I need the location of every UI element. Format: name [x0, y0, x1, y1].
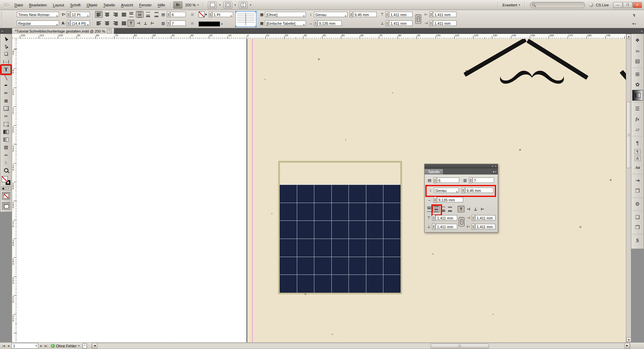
- gradient-panel-icon[interactable]: [632, 90, 643, 101]
- row-height-field[interactable]: 9,45 mm: [353, 12, 377, 17]
- table-cell[interactable]: [332, 257, 349, 275]
- inset-right-field[interactable]: 1,411 mm: [433, 20, 457, 26]
- table-cell[interactable]: [280, 221, 297, 239]
- scripts-panel-icon[interactable]: S: [633, 236, 643, 246]
- table-cell[interactable]: [349, 221, 366, 239]
- frame-tool[interactable]: ⊠: [2, 97, 10, 105]
- text-rotate-0-button[interactable]: T: [127, 20, 135, 27]
- col-width-stepper[interactable]: [314, 20, 317, 26]
- menu-ansicht[interactable]: Ansicht: [118, 2, 136, 8]
- panel-collapse-icon[interactable]: «: [492, 165, 493, 168]
- table-cell[interactable]: [297, 275, 314, 293]
- cols-stepper[interactable]: [167, 20, 170, 26]
- align-right-button[interactable]: [112, 11, 119, 18]
- menu-fenster[interactable]: Fenster: [136, 2, 155, 8]
- table-cell[interactable]: [280, 239, 297, 257]
- panel-inset-bottom-stepper[interactable]: [432, 223, 435, 230]
- control-panel-menu-icon[interactable]: ▼≡: [632, 21, 636, 27]
- panel-text-rotate-0-button[interactable]: T: [458, 206, 465, 212]
- direct-selection-tool[interactable]: [2, 42, 10, 50]
- table-cell[interactable]: [383, 185, 400, 203]
- close-button[interactable]: ×: [633, 2, 642, 8]
- stroke-weight-stepper[interactable]: [209, 11, 212, 17]
- cell-style-combo[interactable]: [Einfache Tabelle]: [265, 20, 306, 26]
- table-cell[interactable]: [280, 203, 297, 221]
- table-cell[interactable]: [383, 221, 400, 239]
- table-cell[interactable]: [349, 257, 366, 275]
- table-cell[interactable]: [297, 203, 314, 221]
- menu-datei[interactable]: Datei: [11, 2, 26, 8]
- panel-text-rotate-270-button[interactable]: ⊢: [479, 206, 486, 212]
- tab-close-icon[interactable]: ×: [107, 29, 111, 33]
- minimize-button[interactable]: —: [613, 2, 623, 8]
- preflight-status-text[interactable]: Ohne Fehler: [56, 344, 76, 348]
- text-rotate-270-button[interactable]: ⊢: [149, 20, 156, 26]
- swatches-panel-icon[interactable]: ✿: [633, 80, 643, 90]
- cs-live-label[interactable]: CS Live: [596, 3, 609, 7]
- panel-link-insets-button[interactable]: [459, 217, 465, 227]
- panel-rows-stepper[interactable]: [433, 177, 437, 183]
- valign-top-button[interactable]: [127, 11, 135, 18]
- restore-button[interactable]: ❐: [623, 2, 632, 8]
- inset-right-stepper[interactable]: [429, 20, 433, 26]
- table-cell[interactable]: [280, 275, 297, 293]
- spread-panel-icon[interactable]: ▤: [633, 56, 643, 66]
- leading-combo[interactable]: (14,4 Pt): [70, 20, 90, 26]
- rows-stepper[interactable]: [167, 11, 170, 17]
- table-cell[interactable]: [366, 275, 383, 293]
- menu-objekt[interactable]: Objekt: [84, 2, 100, 8]
- mustache-graphic[interactable]: [496, 68, 568, 89]
- table-cell[interactable]: [383, 203, 400, 221]
- type-tool[interactable]: T: [1, 65, 11, 74]
- table-panel-icon[interactable]: ⊞: [633, 69, 643, 79]
- preflight-menu-icon[interactable]: ▼: [76, 344, 81, 348]
- formatting-affects-text-button[interactable]: T: [7, 186, 11, 190]
- zoom-level-combo[interactable]: 200 % ▼: [183, 2, 201, 8]
- table-cell[interactable]: [383, 257, 400, 275]
- horizontal-scrollbar[interactable]: ◀ ▶: [92, 343, 630, 349]
- panel-col-width-stepper[interactable]: [433, 197, 437, 203]
- table-cell[interactable]: [349, 239, 366, 257]
- scroll-down-arrow[interactable]: ▼: [626, 337, 631, 342]
- fill-stroke-proxy[interactable]: [2, 176, 10, 185]
- flyout-arrow-icon[interactable]: ▶: [205, 13, 207, 16]
- arrange-documents-button[interactable]: [239, 1, 248, 9]
- panel-inset-top-stepper[interactable]: [432, 215, 435, 221]
- leading-stepper[interactable]: [67, 20, 70, 26]
- line-tool[interactable]: ╲: [2, 74, 10, 82]
- inset-top-field[interactable]: 1,411 mm: [389, 12, 413, 17]
- paragraph-styles-panel-icon[interactable]: ¶: [635, 149, 641, 154]
- panel-close-icon[interactable]: ×: [495, 165, 496, 168]
- pages-panel-icon[interactable]: ❖: [633, 35, 643, 45]
- justify-last-left-button[interactable]: [95, 20, 103, 27]
- scroll-right-arrow[interactable]: ▶: [625, 343, 630, 348]
- justify-all-button[interactable]: [120, 20, 128, 27]
- view-options-button[interactable]: [208, 1, 217, 9]
- note-tool[interactable]: ▤: [2, 143, 10, 151]
- gradient-swatch-tool[interactable]: [2, 128, 10, 136]
- panel-row-height-stepper[interactable]: [462, 187, 465, 193]
- table-cell[interactable]: [314, 203, 331, 221]
- chevron-down-icon[interactable]: ▼: [219, 4, 221, 6]
- preflight-document-icon[interactable]: [83, 343, 87, 348]
- valign-bottom-button[interactable]: [144, 11, 152, 18]
- paragraph-panel-icon[interactable]: ¶: [633, 138, 643, 148]
- vertical-scroll-thumb[interactable]: [627, 102, 631, 168]
- pencil-tool[interactable]: ✏: [2, 89, 10, 97]
- panel-valign-justify-button[interactable]: [447, 206, 453, 212]
- table-header-band[interactable]: [280, 162, 400, 185]
- selection-tool[interactable]: [2, 35, 10, 42]
- character-styles-panel-icon[interactable]: A: [635, 156, 641, 161]
- preflight-options-icon[interactable]: ⚙: [633, 199, 643, 209]
- dock-collapse-button[interactable]: «: [631, 28, 644, 34]
- character-panel-icon[interactable]: Aa: [633, 162, 643, 172]
- stroke-preview-proxy[interactable]: [235, 11, 256, 27]
- gradient-feather-tool[interactable]: [2, 136, 10, 143]
- table-style-combo[interactable]: [Ohne]: [265, 12, 306, 17]
- table-cell[interactable]: [366, 185, 383, 203]
- screen-mode-toggle[interactable]: [2, 202, 10, 210]
- search-input[interactable]: [530, 2, 585, 8]
- font-family-combo[interactable]: Times New Roman: [17, 12, 59, 17]
- prev-page-button[interactable]: ◀: [6, 344, 11, 348]
- table-cell[interactable]: [349, 185, 366, 203]
